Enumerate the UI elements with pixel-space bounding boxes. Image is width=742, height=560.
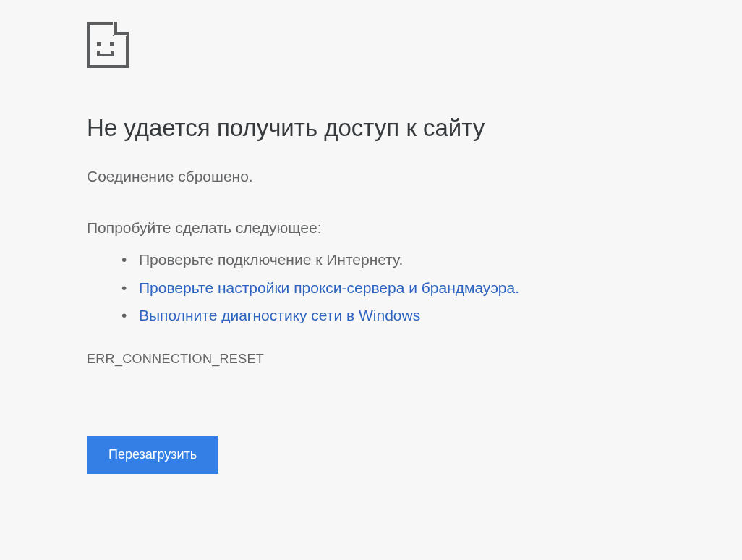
- suggestions-list: Проверьте подключение к Интернету. Прове…: [87, 246, 742, 331]
- svg-rect-10: [110, 42, 114, 46]
- suggestion-text: Проверьте подключение к Интернету.: [139, 251, 403, 268]
- suggestion-item: Выполните диагностику сети в Windows: [139, 302, 742, 330]
- error-subtitle: Соединение сброшено.: [87, 166, 742, 187]
- sad-page-icon: [87, 22, 742, 71]
- error-title: Не удается получить доступ к сайту: [87, 113, 742, 144]
- reload-button[interactable]: Перезагрузить: [87, 436, 218, 474]
- error-code: ERR_CONNECTION_RESET: [87, 352, 742, 367]
- svg-rect-11: [97, 54, 114, 56]
- suggestion-link[interactable]: Выполните диагностику сети в Windows: [139, 307, 420, 323]
- svg-rect-13: [111, 51, 114, 54]
- svg-rect-7: [114, 32, 129, 35]
- svg-rect-12: [97, 51, 100, 54]
- suggestions-label: Попробуйте сделать следующее:: [87, 217, 742, 238]
- suggestion-link[interactable]: Проверьте настройки прокси-сервера и бра…: [139, 279, 519, 296]
- svg-rect-9: [97, 42, 101, 46]
- suggestion-item: Проверьте подключение к Интернету.: [139, 246, 742, 274]
- suggestion-item: Проверьте настройки прокси-сервера и бра…: [139, 274, 742, 302]
- svg-rect-8: [117, 22, 129, 32]
